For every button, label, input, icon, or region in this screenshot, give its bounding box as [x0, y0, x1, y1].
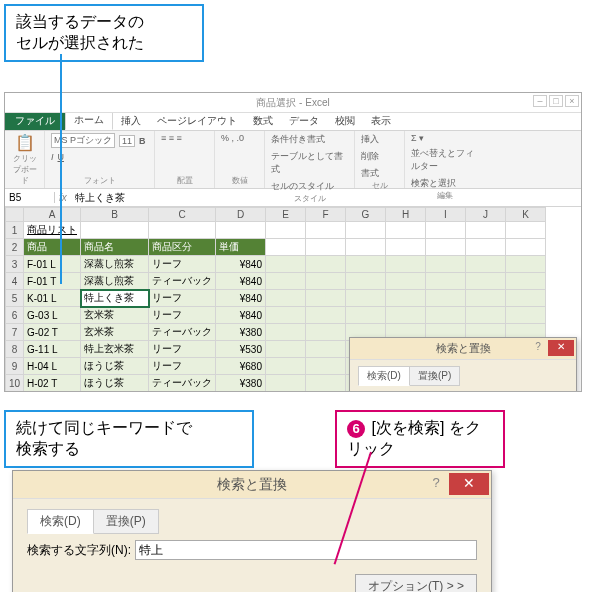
callout-continue-search: 続けて同じキーワードで検索する	[4, 410, 254, 468]
find-input[interactable]	[135, 540, 477, 560]
tab-home[interactable]: ホーム	[65, 110, 113, 130]
help-button[interactable]: ?	[425, 473, 447, 495]
ribbon-group-alignment: 配置	[161, 175, 208, 186]
select-all-corner[interactable]	[6, 208, 24, 222]
row-header[interactable]: 6	[6, 307, 24, 324]
ribbon-tabs: ファイル ホーム 挿入 ページレイアウト 数式 データ 校閲 表示	[5, 113, 581, 131]
minimize-button[interactable]: –	[533, 95, 547, 107]
leader-line-blue	[60, 54, 62, 284]
col-header[interactable]: C	[149, 208, 216, 222]
ribbon-group-editing: 編集	[411, 190, 479, 201]
row-header[interactable]: 8	[6, 341, 24, 358]
cell[interactable]: 商品リスト	[24, 222, 81, 239]
close-icon[interactable]: ✕	[548, 340, 574, 356]
app-title: 商品選択 - Excel	[256, 97, 329, 108]
number-format[interactable]: % , .0	[221, 133, 258, 143]
col-header[interactable]: A	[24, 208, 81, 222]
tab-insert[interactable]: 挿入	[113, 112, 149, 130]
selected-cell[interactable]: 特上くき茶	[81, 290, 149, 307]
delete-cells-button[interactable]: 削除	[361, 150, 379, 163]
row-header[interactable]: 4	[6, 273, 24, 290]
formula-content[interactable]: 特上くき茶	[71, 191, 129, 205]
row-header[interactable]: 11	[6, 392, 24, 393]
window-title-bar: 商品選択 - Excel – □ ×	[5, 93, 581, 113]
ribbon-group-clipboard: クリップボード	[11, 153, 38, 186]
col-header[interactable]: E	[266, 208, 306, 222]
dialog-title-bar[interactable]: 検索と置換 ? ✕	[350, 338, 576, 360]
sort-filter-button[interactable]: 並べ替えとフィルター	[411, 147, 479, 173]
tab-file[interactable]: ファイル	[5, 112, 65, 130]
tab-view[interactable]: 表示	[363, 112, 399, 130]
step-badge: 6	[347, 420, 365, 438]
help-button[interactable]: ?	[530, 340, 546, 356]
bold-button[interactable]: B	[139, 136, 146, 146]
close-button[interactable]: ×	[565, 95, 579, 107]
col-header[interactable]: D	[216, 208, 266, 222]
cond-format-button[interactable]: 条件付き書式	[271, 133, 325, 146]
ribbon-group-styles: スタイル	[271, 193, 348, 204]
format-as-table-button[interactable]: テーブルとして書式	[271, 150, 348, 176]
row-header[interactable]: 3	[6, 256, 24, 273]
col-header[interactable]: I	[426, 208, 466, 222]
find-replace-dialog-large: 検索と置換 ? ✕ 検索(D) 置換(P) 検索する文字列(N): オプション(…	[12, 470, 492, 592]
find-label: 検索する文字列(N):	[27, 542, 131, 559]
find-select-button[interactable]: 検索と選択	[411, 177, 456, 190]
row-header[interactable]: 10	[6, 375, 24, 392]
tab-replace[interactable]: 置換(P)	[410, 366, 460, 386]
cell-styles-button[interactable]: セルのスタイル	[271, 180, 334, 193]
tab-replace[interactable]: 置換(P)	[94, 509, 159, 534]
fx-icon[interactable]: fx	[55, 192, 71, 203]
name-box[interactable]: B5	[5, 192, 55, 203]
row-header[interactable]: 9	[6, 358, 24, 375]
insert-cells-button[interactable]: 挿入	[361, 133, 379, 146]
row-header[interactable]: 1	[6, 222, 24, 239]
row-header[interactable]: 5	[6, 290, 24, 307]
alignment-buttons[interactable]: ≡ ≡ ≡	[161, 133, 208, 143]
callout-step-6: 6 [次を検索] をクリック	[335, 410, 505, 468]
font-size-select[interactable]: 11	[119, 135, 135, 147]
dialog-title-bar[interactable]: 検索と置換 ? ✕	[13, 471, 491, 499]
col-header[interactable]: B	[81, 208, 149, 222]
ribbon-group-number: 数値	[221, 175, 258, 186]
close-icon[interactable]: ✕	[449, 473, 489, 495]
col-header[interactable]: H	[386, 208, 426, 222]
tab-formulas[interactable]: 数式	[245, 112, 281, 130]
tab-page-layout[interactable]: ページレイアウト	[149, 112, 245, 130]
col-header[interactable]: K	[506, 208, 546, 222]
col-header[interactable]: J	[466, 208, 506, 222]
window-controls: – □ ×	[533, 95, 579, 107]
format-cells-button[interactable]: 書式	[361, 167, 379, 180]
row-header[interactable]: 2	[6, 239, 24, 256]
tab-find[interactable]: 検索(D)	[358, 366, 410, 386]
callout-selected-cell: 該当するデータのセルが選択された	[4, 4, 204, 62]
tab-data[interactable]: データ	[281, 112, 327, 130]
ribbon: 📋 クリップボード MS Pゴシック 11 B I U フォント ≡ ≡ ≡ 配…	[5, 131, 581, 189]
row-header[interactable]: 7	[6, 324, 24, 341]
paste-icon[interactable]: 📋	[11, 133, 38, 152]
excel-window: 商品選択 - Excel – □ × ファイル ホーム 挿入 ページレイアウト …	[4, 92, 582, 392]
ribbon-group-cells: セル	[361, 180, 398, 191]
find-replace-dialog-small: 検索と置換 ? ✕ 検索(D) 置換(P) 検索する文字列(N): オプション(…	[349, 337, 577, 392]
maximize-button[interactable]: □	[549, 95, 563, 107]
italic-button[interactable]: I	[51, 152, 54, 162]
ribbon-group-font: フォント	[51, 175, 148, 186]
tab-review[interactable]: 校閲	[327, 112, 363, 130]
col-header[interactable]: F	[306, 208, 346, 222]
tab-find[interactable]: 検索(D)	[27, 509, 94, 534]
options-button[interactable]: オプション(T) > >	[355, 574, 477, 592]
col-header[interactable]: G	[346, 208, 386, 222]
